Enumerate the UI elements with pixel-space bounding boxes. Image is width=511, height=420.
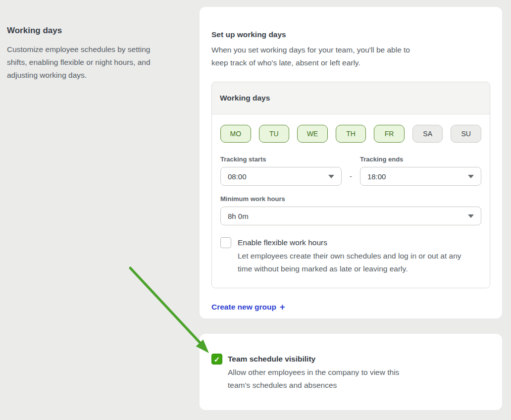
day-toggle-su[interactable]: SU bbox=[451, 125, 481, 143]
team-schedule-visibility-texts: Team schedule visibility Allow other emp… bbox=[228, 354, 401, 390]
weekday-toggle-row: MO TU WE TH FR SA SU bbox=[220, 125, 481, 143]
chevron-down-icon bbox=[468, 175, 474, 178]
tracking-starts-value: 08:00 bbox=[228, 172, 247, 181]
day-toggle-sa[interactable]: SA bbox=[412, 125, 443, 143]
tracking-ends-value: 18:00 bbox=[367, 172, 386, 181]
section-title: Working days bbox=[7, 26, 161, 36]
tracking-starts-field: Tracking starts 08:00 bbox=[220, 156, 342, 186]
settings-description-panel: Working days Customize employee schedule… bbox=[7, 26, 161, 82]
range-separator: - bbox=[342, 172, 360, 186]
flexible-hours-texts: Enable flexible work hours Let employees… bbox=[238, 237, 476, 275]
minimum-work-hours-select[interactable]: 8h 0m bbox=[220, 207, 481, 225]
create-new-group-label: Create new group bbox=[211, 303, 276, 312]
day-toggle-we[interactable]: WE bbox=[297, 125, 328, 143]
team-schedule-visibility-description: Allow other employees in the company to … bbox=[228, 366, 401, 392]
tracking-ends-label: Tracking ends bbox=[360, 156, 481, 163]
tracking-hours-row: Tracking starts 08:00 - Tracking ends 18… bbox=[220, 156, 481, 186]
flexible-hours-label: Enable flexible work hours bbox=[238, 237, 476, 248]
minimum-work-hours-label: Minimum work hours bbox=[220, 195, 481, 203]
chevron-down-icon bbox=[328, 175, 334, 178]
working-days-group: Working days MO TU WE TH FR SA SU Tracki… bbox=[211, 82, 490, 288]
minimum-work-hours-value: 8h 0m bbox=[228, 212, 249, 220]
team-schedule-visibility-title: Team schedule visibility bbox=[228, 354, 401, 365]
day-toggle-mo[interactable]: MO bbox=[220, 125, 251, 143]
create-new-group-link[interactable]: Create new group + bbox=[211, 303, 285, 312]
tracking-starts-label: Tracking starts bbox=[220, 156, 342, 163]
flexible-hours-description: Let employees create their own schedules… bbox=[238, 250, 476, 275]
check-icon: ✓ bbox=[214, 356, 220, 363]
working-days-group-header: Working days bbox=[212, 82, 490, 114]
plus-icon: + bbox=[280, 304, 285, 311]
tracking-ends-field: Tracking ends 18:00 bbox=[360, 156, 481, 186]
working-days-group-body: MO TU WE TH FR SA SU Tracking starts 08:… bbox=[212, 114, 490, 288]
minimum-work-hours-field: Minimum work hours 8h 0m bbox=[220, 195, 481, 225]
team-schedule-visibility-card: ✓ Team schedule visibility Allow other e… bbox=[200, 334, 502, 410]
chevron-down-icon bbox=[468, 214, 474, 218]
settings-content: Set up working days When you set working… bbox=[200, 7, 502, 410]
day-toggle-fr[interactable]: FR bbox=[374, 125, 405, 143]
card-description: When you set working days for your team,… bbox=[211, 44, 414, 69]
section-description: Customize employee schedules by setting … bbox=[7, 43, 161, 82]
day-toggle-th[interactable]: TH bbox=[336, 125, 366, 143]
tracking-ends-select[interactable]: 18:00 bbox=[360, 167, 481, 186]
setup-working-days-card: Set up working days When you set working… bbox=[200, 7, 502, 318]
tracking-starts-select[interactable]: 08:00 bbox=[220, 167, 342, 186]
card-title: Set up working days bbox=[211, 30, 490, 39]
team-schedule-visibility-checkbox[interactable]: ✓ bbox=[211, 354, 222, 365]
flexible-hours-option: Enable flexible work hours Let employees… bbox=[220, 237, 481, 275]
flexible-hours-checkbox[interactable] bbox=[220, 237, 231, 248]
day-toggle-tu[interactable]: TU bbox=[259, 125, 290, 143]
